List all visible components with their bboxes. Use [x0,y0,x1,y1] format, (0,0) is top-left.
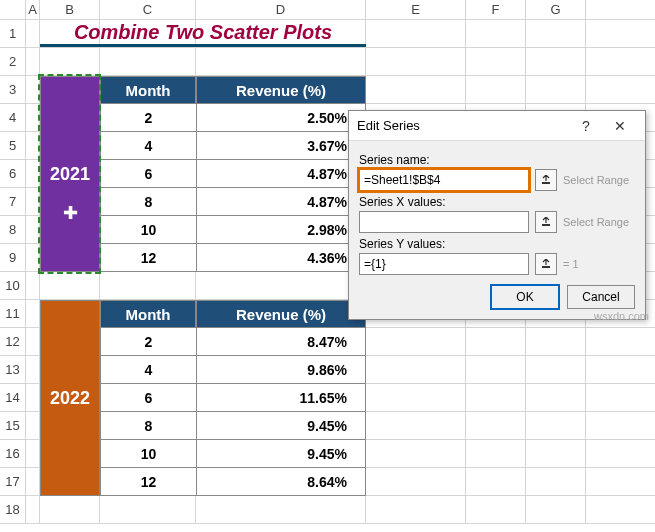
table-row[interactable]: 128.64% [100,468,366,496]
dialog-title: Edit Series [357,118,569,133]
cell-revenue[interactable]: 4.87% [196,188,366,216]
label-series-y: Series Y values: [359,237,635,251]
th-revenue[interactable]: Revenue (%) [196,76,366,104]
cell-month[interactable]: 6 [100,384,196,412]
row-header[interactable]: 13 [0,356,26,384]
row-header[interactable]: 10 [0,272,26,300]
svg-rect-2 [542,266,550,268]
th-month[interactable]: Month [100,76,196,104]
col-header-c[interactable]: C [100,0,196,19]
row-header[interactable]: 11 [0,300,26,328]
row-header[interactable]: 14 [0,384,26,412]
watermark: wsxdn.com [594,310,649,322]
svg-rect-0 [542,182,550,184]
year-cell-2022[interactable]: 2022 [40,300,100,496]
row-header[interactable]: 9 [0,244,26,272]
series-x-input[interactable] [359,211,529,233]
row-header[interactable]: 6 [0,160,26,188]
cell-revenue[interactable]: 4.36% [196,244,366,272]
row-header[interactable]: 2 [0,48,26,76]
cell-month[interactable]: 12 [100,468,196,496]
cell-month[interactable]: 6 [100,160,196,188]
cell-month[interactable]: 12 [100,244,196,272]
series-name-input[interactable] [359,169,529,191]
table-row[interactable]: 28.47% [100,328,366,356]
table-row[interactable]: 43.67% [100,132,366,160]
table-row[interactable]: 109.45% [100,440,366,468]
hint-text: = 1 [563,258,635,270]
cell-revenue[interactable]: 8.47% [196,328,366,356]
row-header[interactable]: 8 [0,216,26,244]
cancel-button[interactable]: Cancel [567,285,635,309]
cell-revenue[interactable]: 11.65% [196,384,366,412]
cell-revenue[interactable]: 8.64% [196,468,366,496]
table-2021: 2021 Month Revenue (%) 22.50%43.67%64.87… [40,76,366,272]
cell-month[interactable]: 4 [100,132,196,160]
hint-text: Select Range [563,174,635,186]
table-row[interactable]: 611.65% [100,384,366,412]
cell-month[interactable]: 10 [100,440,196,468]
cell-month[interactable]: 4 [100,356,196,384]
label-series-x: Series X values: [359,195,635,209]
svg-rect-1 [542,224,550,226]
col-header-e[interactable]: E [366,0,466,19]
table-row[interactable]: 22.50% [100,104,366,132]
cell-month[interactable]: 2 [100,104,196,132]
row-headers: 1 2 3 4 5 6 7 8 9 10 11 12 13 14 15 16 1… [0,20,26,524]
cell-month[interactable]: 8 [100,412,196,440]
table-2022: 2022 Month Revenue (%) 28.47%49.86%611.6… [40,300,366,496]
year-cell-2021[interactable]: 2021 [40,76,100,272]
row-header[interactable]: 1 [0,20,26,48]
th-revenue[interactable]: Revenue (%) [196,300,366,328]
table-row[interactable]: 89.45% [100,412,366,440]
table-row[interactable]: 49.86% [100,356,366,384]
th-month[interactable]: Month [100,300,196,328]
close-button[interactable]: ✕ [603,113,637,139]
cell-revenue[interactable]: 9.45% [196,412,366,440]
page-title: Combine Two Scatter Plots [40,20,366,47]
cell-revenue[interactable]: 9.45% [196,440,366,468]
row-header[interactable]: 18 [0,496,26,524]
row-header[interactable]: 7 [0,188,26,216]
cell-month[interactable]: 2 [100,328,196,356]
label-series-name: Series name: [359,153,635,167]
table-row[interactable]: 84.87% [100,188,366,216]
cell-revenue[interactable]: 2.50% [196,104,366,132]
row-header[interactable]: 16 [0,440,26,468]
ok-button[interactable]: OK [491,285,559,309]
range-picker-button[interactable] [535,169,557,191]
col-header-a[interactable]: A [26,0,40,19]
cell-revenue[interactable]: 4.87% [196,160,366,188]
range-picker-button[interactable] [535,211,557,233]
col-header-b[interactable]: B [40,0,100,19]
dialog-titlebar[interactable]: Edit Series ? ✕ [349,111,645,141]
cell-revenue[interactable]: 3.67% [196,132,366,160]
select-all-corner[interactable] [0,0,26,19]
col-header-d[interactable]: D [196,0,366,19]
col-header-g[interactable]: G [526,0,586,19]
col-header-f[interactable]: F [466,0,526,19]
row-header[interactable]: 17 [0,468,26,496]
help-button[interactable]: ? [569,113,603,139]
table-row[interactable]: 64.87% [100,160,366,188]
table-row[interactable]: 124.36% [100,244,366,272]
edit-series-dialog: Edit Series ? ✕ Series name: Select Rang… [348,110,646,320]
cell-month[interactable]: 10 [100,216,196,244]
series-y-input[interactable] [359,253,529,275]
row-header[interactable]: 3 [0,76,26,104]
range-picker-button[interactable] [535,253,557,275]
row-header[interactable]: 5 [0,132,26,160]
hint-text: Select Range [563,216,635,228]
cell-revenue[interactable]: 2.98% [196,216,366,244]
cell-revenue[interactable]: 9.86% [196,356,366,384]
column-headers: A B C D E F G [0,0,655,20]
row-header[interactable]: 15 [0,412,26,440]
table-row[interactable]: 102.98% [100,216,366,244]
cell-month[interactable]: 8 [100,188,196,216]
row-header[interactable]: 12 [0,328,26,356]
row-header[interactable]: 4 [0,104,26,132]
